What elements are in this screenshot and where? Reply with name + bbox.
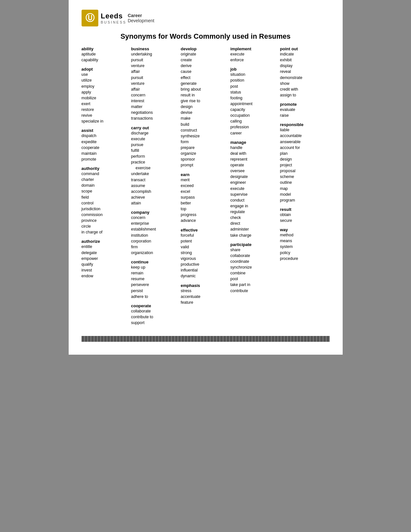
synonym: proposal: [280, 168, 327, 174]
synonym: attain: [131, 200, 178, 206]
synonym: mobilize: [82, 95, 128, 101]
synonym: exert: [82, 101, 128, 107]
synonym: exercise: [131, 165, 178, 171]
synonym: demonstrate: [280, 75, 327, 81]
synonym: outline: [280, 180, 327, 185]
synonym: perform: [131, 153, 178, 159]
synonym: specialize in: [82, 118, 128, 124]
synonym: commission: [82, 212, 128, 218]
synonym: merit: [181, 177, 227, 183]
word-header: point out: [280, 46, 327, 51]
synonym: practice: [131, 159, 178, 165]
word-group: authoritycommandcharterdomainscopefieldc…: [82, 166, 128, 235]
synonym: map: [280, 186, 327, 192]
synonym: conduct: [230, 197, 277, 203]
synonym: procedure: [280, 256, 327, 261]
synonym: status: [230, 89, 277, 95]
word-header: authority: [82, 166, 128, 171]
synonym: create: [181, 57, 227, 63]
word-group: businessundertakingpursuitventureaffairp…: [131, 46, 178, 122]
career-label: Career: [128, 13, 154, 18]
synonym: achieve: [131, 194, 178, 200]
synonym: sponsor: [181, 156, 227, 162]
page-title: Synonyms for Words Commonly used in Resu…: [82, 32, 330, 41]
synonym: accentuate: [181, 294, 227, 300]
synonym: collaborate: [131, 308, 178, 314]
synonym: transactions: [131, 115, 178, 121]
synonym: situation: [230, 72, 277, 77]
synonym: aptitude: [82, 51, 128, 57]
word-header: adopt: [82, 67, 128, 72]
synonym: evaluate: [280, 107, 327, 113]
synonym: control: [82, 200, 128, 206]
synonym: matter: [131, 104, 178, 110]
footer-bar: [82, 336, 330, 342]
synonym: undertake: [131, 171, 178, 177]
synonym: expedite: [82, 139, 128, 145]
synonym: better: [181, 200, 227, 206]
synonym: design: [280, 156, 327, 162]
synonym: dispatch: [82, 133, 128, 139]
synonym: affair: [131, 69, 178, 74]
synonym: show: [280, 81, 327, 86]
synonym: transact: [131, 177, 178, 183]
synonym: command: [82, 171, 128, 177]
synonym: form: [181, 139, 227, 145]
word-header: cooperate: [131, 303, 178, 308]
synonym: calling: [230, 118, 277, 124]
synonym: supervise: [230, 192, 277, 197]
word-header: manage: [230, 140, 277, 145]
synonym: synthesize: [181, 133, 227, 139]
synonym: surpass: [181, 194, 227, 200]
synonym: execute: [230, 186, 277, 192]
synonym: appointment: [230, 101, 277, 107]
word-group: jobsituationpositionpoststatusfootingapp…: [230, 67, 277, 136]
synonym: institution: [131, 232, 178, 238]
synonym: administer: [230, 226, 277, 232]
word-group: carry outdischargeexecutepursuefulfillpe…: [131, 125, 178, 206]
synonym: invest: [82, 267, 128, 273]
synonym: domain: [82, 182, 128, 188]
word-group: managehandledeal withrepresentoperateove…: [230, 140, 277, 238]
synonym: qualify: [82, 261, 128, 267]
synonym: display: [280, 63, 327, 69]
word-group: point outindicateexhibitdisplayrevealdem…: [280, 46, 327, 98]
synonym: collaborate: [230, 253, 277, 259]
synonym: capability: [82, 57, 128, 63]
synonym: footing: [230, 95, 277, 101]
synonym: scope: [82, 188, 128, 194]
synonym: regulate: [230, 209, 277, 215]
synonym: give rise to: [181, 98, 227, 104]
word-group: participatesharecollaboratecoordinatesyn…: [230, 242, 277, 294]
synonym: negotiations: [131, 110, 178, 115]
synonym: cooperate: [82, 145, 128, 151]
leeds-label: Leeds: [101, 12, 127, 20]
synonym: contribute: [230, 288, 277, 294]
synonym: charter: [82, 177, 128, 182]
synonym: deal with: [230, 151, 277, 156]
word-group: developoriginatecreatederivecauseeffectg…: [181, 46, 227, 168]
synonym: utilize: [82, 77, 128, 83]
column-2: developoriginatecreatederivecauseeffectg…: [181, 46, 230, 330]
synonym: designate: [230, 174, 277, 180]
word-group: resultobtainsecure: [280, 207, 327, 223]
word-group: authorizeentitledelegateempowerqualifyin…: [82, 239, 128, 279]
word-group: responsibleliableaccountableanswerableac…: [280, 122, 327, 203]
synonym: direct: [230, 221, 277, 226]
synonym: vigorous: [181, 256, 227, 261]
synonym: indicate: [280, 51, 327, 57]
word-group: abilityaptitudecapability: [82, 46, 128, 63]
synonym: in charge of: [82, 229, 128, 235]
synonym: undertaking: [131, 51, 178, 57]
column-1: businessundertakingpursuitventureaffairp…: [131, 46, 181, 330]
synonym: enterprise: [131, 221, 178, 226]
synonym: program: [280, 197, 327, 203]
synonym: feature: [181, 300, 227, 305]
synonym: effect: [181, 75, 227, 81]
synonym: venture: [131, 81, 178, 86]
synonym: assume: [131, 183, 178, 189]
word-group: effectiveforcefulpotentvalidstrongvigoro…: [181, 228, 227, 279]
word-header: develop: [181, 46, 227, 51]
synonym: assign to: [280, 92, 327, 98]
synonym: operate: [230, 162, 277, 168]
